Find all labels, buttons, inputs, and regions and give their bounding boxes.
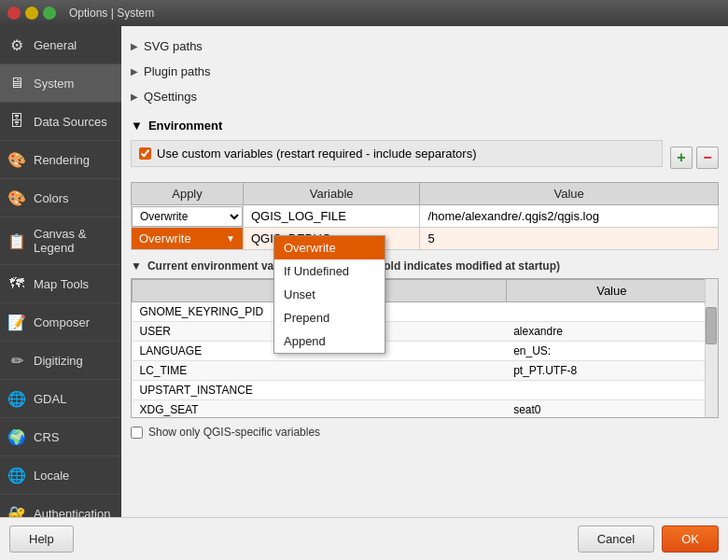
environment-arrow: ▼: [131, 119, 143, 133]
plugin-paths-section[interactable]: ▶ Plugin paths: [131, 61, 719, 82]
help-button[interactable]: Help: [9, 525, 74, 553]
digitizing-icon: ✏: [7, 351, 26, 370]
sidebar-item-rendering[interactable]: 🎨 Rendering: [0, 141, 121, 179]
custom-vars-checkbox-row: Use custom variables (restart required -…: [131, 140, 663, 167]
apply-value-2: Overwrite: [139, 231, 226, 245]
environment-label: Environment: [148, 119, 222, 133]
dropdown-option-append[interactable]: Append: [274, 329, 385, 353]
env-row: LC_TIME pt_PT.UTF-8: [133, 361, 718, 381]
sidebar-label-canvas-legend: Canvas & Legend: [34, 227, 114, 255]
custom-vars-checkbox[interactable]: [139, 147, 151, 160]
content-area: ▶ SVG paths ▶ Plugin paths ▶ QSettings ▼…: [121, 26, 728, 517]
scrollbar-thumb[interactable]: [706, 307, 717, 344]
svg-paths-label: SVG paths: [144, 39, 203, 53]
sidebar-item-colors[interactable]: 🎨 Colors: [0, 179, 121, 217]
scrollbar-track[interactable]: [705, 279, 718, 417]
sidebar-item-data-sources[interactable]: 🗄 Data Sources: [0, 103, 121, 141]
plugin-paths-label: Plugin paths: [144, 64, 211, 78]
env-row: XDG_SEAT seat0: [133, 400, 718, 419]
apply-cell-1[interactable]: Overwrite If Undefined Unset Prepend App…: [132, 205, 244, 228]
env-row: GNOME_KEYRING_PID: [133, 302, 718, 322]
dropdown-option-unset[interactable]: Unset: [274, 283, 385, 306]
gdal-icon: 🌐: [7, 389, 26, 408]
sidebar-item-map-tools[interactable]: 🗺 Map Tools: [0, 265, 121, 303]
current-env-header[interactable]: ▼ Current environment variables (read-on…: [131, 259, 719, 273]
ok-button[interactable]: OK: [662, 525, 719, 553]
plugin-paths-arrow: ▶: [131, 66, 138, 77]
env-var-6: XDG_SEAT: [133, 400, 507, 419]
current-env-table-wrapper[interactable]: Variable Value GNOME_KEYRING_PID USER al…: [131, 278, 719, 418]
show-only-label: Show only QGIS-specific variables: [148, 426, 320, 439]
add-variable-button[interactable]: +: [670, 147, 693, 169]
colors-icon: 🎨: [7, 189, 26, 207]
sidebar-label-data-sources: Data Sources: [34, 115, 107, 129]
env-val-4: pt_PT.UTF-8: [506, 361, 717, 381]
env-val-1: [506, 302, 717, 322]
table-row[interactable]: Overwrite ▼ QGIS_DEBUG 5: [132, 228, 719, 250]
value-cell-2: 5: [420, 228, 719, 250]
qsettings-arrow: ▶: [131, 91, 138, 102]
crs-icon: 🌍: [7, 427, 26, 446]
env-val-5: [506, 381, 717, 400]
environment-header[interactable]: ▼ Environment: [131, 119, 719, 133]
sidebar-label-locale: Locale: [34, 469, 69, 483]
sidebar-item-authentication[interactable]: 🔐 Authentication: [0, 495, 121, 517]
qsettings-section[interactable]: ▶ QSettings: [131, 86, 719, 107]
locale-icon: 🌐: [7, 466, 26, 484]
env-val-6: seat0: [506, 400, 717, 419]
environment-section: ▼ Environment Use custom variables (rest…: [131, 119, 719, 448]
sidebar-item-canvas-legend[interactable]: 📋 Canvas & Legend: [0, 217, 121, 265]
dropdown-option-prepend[interactable]: Prepend: [274, 306, 385, 329]
close-button[interactable]: [7, 7, 21, 20]
variable-cell-1: QGIS_LOG_FILE: [244, 205, 420, 228]
sidebar-item-general[interactable]: ⚙ General: [0, 26, 121, 64]
dropdown-option-if-undefined[interactable]: If Undefined: [274, 259, 385, 283]
sidebar-item-system[interactable]: 🖥 System: [0, 64, 121, 103]
current-env-arrow: ▼: [131, 259, 142, 273]
svg-paths-section[interactable]: ▶ SVG paths: [131, 35, 719, 57]
general-icon: ⚙: [7, 35, 26, 54]
env-col-value: Value: [506, 280, 717, 302]
table-controls: + −: [670, 147, 719, 169]
sidebar-item-crs[interactable]: 🌍 CRS: [0, 418, 121, 456]
show-only-row: Show only QGIS-specific variables: [131, 426, 719, 439]
env-row: UPSTART_INSTANCE: [133, 381, 718, 400]
window-title: Options | System: [69, 7, 154, 20]
sidebar-item-gdal[interactable]: 🌐 GDAL: [0, 380, 121, 418]
sidebar-label-rendering: Rendering: [34, 153, 90, 167]
sidebar-label-digitizing: Digitizing: [34, 354, 83, 368]
sidebar-label-map-tools: Map Tools: [34, 277, 89, 291]
maximize-button[interactable]: [43, 7, 56, 20]
sidebar-item-digitizing[interactable]: ✏ Digitizing: [0, 342, 121, 380]
sidebar-label-authentication: Authentication: [34, 507, 110, 518]
sidebar-item-locale[interactable]: 🌐 Locale: [0, 456, 121, 495]
apply-cell-2[interactable]: Overwrite ▼: [132, 228, 244, 250]
table-row[interactable]: Overwrite If Undefined Unset Prepend App…: [132, 205, 719, 228]
minimize-button[interactable]: [25, 7, 38, 20]
env-val-3: en_US:: [506, 342, 717, 361]
dropdown-arrow-icon: ▼: [226, 233, 235, 244]
apply-select-1[interactable]: Overwrite If Undefined Unset Prepend App…: [132, 206, 243, 227]
sidebar-label-gdal: GDAL: [34, 392, 66, 406]
current-env-table: Variable Value GNOME_KEYRING_PID USER al…: [132, 279, 718, 418]
variables-table: Apply Variable Value Overwrite If Undefi…: [131, 182, 719, 250]
remove-variable-button[interactable]: −: [696, 147, 719, 169]
sidebar-item-composer[interactable]: 📝 Composer: [0, 303, 121, 342]
env-val-2: alexandre: [506, 322, 717, 342]
canvas-legend-icon: 📋: [7, 231, 26, 250]
env-var-4: LC_TIME: [133, 361, 507, 381]
sidebar: ⚙ General 🖥 System 🗄 Data Sources 🎨 Rend…: [0, 26, 121, 517]
titlebar: Options | System: [0, 0, 728, 26]
bottom-right-buttons: Cancel OK: [578, 525, 719, 553]
show-only-checkbox[interactable]: [131, 427, 143, 439]
sidebar-label-colors: Colors: [34, 191, 69, 205]
data-sources-icon: 🗄: [7, 112, 26, 131]
col-header-value: Value: [420, 183, 719, 205]
rendering-icon: 🎨: [7, 150, 26, 169]
sidebar-label-general: General: [34, 38, 77, 52]
cancel-button[interactable]: Cancel: [578, 525, 654, 553]
dropdown-option-overwrite[interactable]: Overwrite: [274, 236, 385, 259]
composer-icon: 📝: [7, 313, 26, 331]
env-row: USER alexandre: [133, 322, 718, 342]
bottom-bar: Help Cancel OK: [0, 517, 728, 560]
